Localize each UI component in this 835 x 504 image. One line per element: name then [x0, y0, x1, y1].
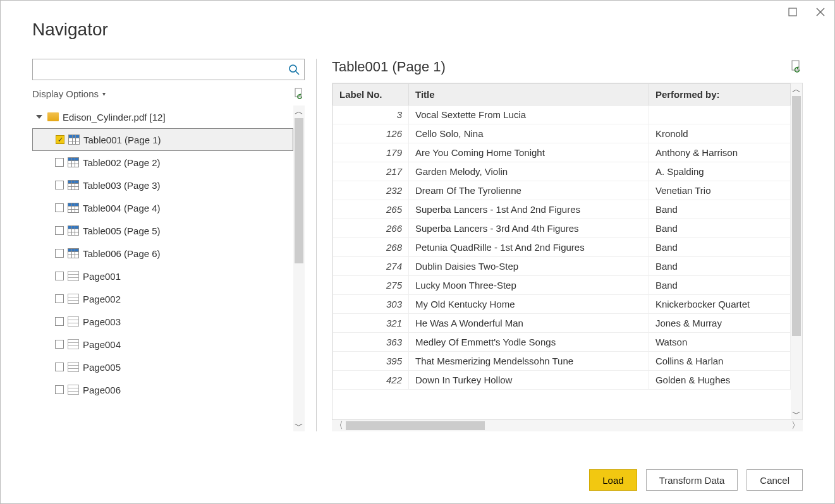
preview-table: Label No.TitlePerformed by: 3Vocal Sexte…: [332, 83, 791, 390]
svg-rect-0: [789, 8, 796, 16]
left-panel: Display Options ▾ Edison_Cylinder.pdf [1…: [32, 59, 317, 431]
tree-item-label: Table002 (Page 2): [83, 157, 161, 168]
table-row[interactable]: 179Are You Coming Home TonightAnthony & …: [333, 143, 791, 162]
cell-performed-by: A. Spalding: [649, 162, 790, 181]
table-row[interactable]: 217Garden Melody, ViolinA. Spalding: [333, 162, 791, 181]
table-header-row: Label No.TitlePerformed by:: [333, 84, 791, 105]
display-options-label: Display Options: [32, 88, 99, 99]
table-row[interactable]: 275Lucky Moon Three-StepBand: [333, 276, 791, 295]
refresh-preview-icon[interactable]: [790, 60, 803, 75]
page-icon: [68, 339, 79, 349]
tree-item[interactable]: Page003: [32, 310, 293, 333]
table-row[interactable]: 266Superba Lancers - 3rd And 4th Figures…: [333, 219, 791, 238]
tree-item[interactable]: Page002: [32, 287, 293, 310]
checkbox[interactable]: [55, 294, 64, 303]
cell-label-no: 179: [333, 143, 409, 162]
scroll-down-icon[interactable]: ﹀: [295, 421, 303, 430]
cell-performed-by: [649, 105, 790, 124]
tree-item[interactable]: Table005 (Page 5): [32, 219, 293, 242]
tree-item-label: Table003 (Page 3): [83, 180, 161, 191]
preview-vertical-scrollbar[interactable]: ︿ ﹀: [791, 83, 802, 419]
folder-icon: [47, 112, 59, 121]
checkbox[interactable]: [55, 203, 64, 212]
checkbox[interactable]: [55, 385, 64, 394]
table-row[interactable]: 268Petunia QuadRille - 1st And 2nd Figur…: [333, 238, 791, 257]
checkbox[interactable]: [55, 317, 64, 326]
scroll-thumb[interactable]: [346, 421, 485, 430]
search-input[interactable]: [32, 59, 305, 80]
tree-item[interactable]: Page006: [32, 378, 293, 401]
cell-title: Cello Solo, Nina: [409, 124, 649, 143]
table-row[interactable]: 126Cello Solo, NinaKronold: [333, 124, 791, 143]
tree-item[interactable]: Page001: [32, 265, 293, 287]
cell-performed-by: Kronold: [649, 124, 790, 143]
table-row[interactable]: 274Dublin Daisies Two-StepBand: [333, 257, 791, 276]
cell-label-no: 395: [333, 352, 409, 371]
checkbox[interactable]: ✓: [56, 135, 64, 144]
tree-item[interactable]: Table004 (Page 4): [32, 196, 293, 219]
table-row[interactable]: 303My Old Kentucky HomeKnickerbocker Qua…: [333, 295, 791, 314]
table-row[interactable]: 265Superba Lancers - 1st And 2nd Figures…: [333, 200, 791, 219]
display-options-dropdown[interactable]: Display Options ▾: [32, 88, 106, 99]
page-icon: [68, 385, 79, 395]
checkbox[interactable]: [55, 158, 64, 167]
scroll-thumb[interactable]: [295, 118, 303, 263]
expander-icon[interactable]: [36, 115, 42, 119]
preview-horizontal-scrollbar[interactable]: 〈 〉: [332, 420, 803, 431]
cell-performed-by: Anthony & Harrison: [649, 143, 790, 162]
column-header[interactable]: Label No.: [333, 84, 409, 105]
table-row[interactable]: 321He Was A Wonderful ManJones & Murray: [333, 314, 791, 333]
cell-performed-by: Band: [649, 219, 790, 238]
table-row[interactable]: 3Vocal Sextette From Lucia: [333, 105, 791, 124]
cell-performed-by: Collins & Harlan: [649, 352, 790, 371]
checkbox[interactable]: [55, 181, 64, 189]
svg-line-4: [296, 71, 299, 75]
titlebar-controls: [786, 6, 827, 18]
load-button[interactable]: Load: [589, 469, 637, 491]
scroll-up-icon[interactable]: ︿: [295, 107, 303, 116]
checkbox[interactable]: [55, 340, 64, 349]
checkbox[interactable]: [55, 272, 64, 280]
scroll-left-icon[interactable]: 〈: [334, 420, 343, 431]
tree-root[interactable]: Edison_Cylinder.pdf [12]: [32, 105, 293, 128]
cell-label-no: 275: [333, 276, 409, 295]
cell-label-no: 321: [333, 314, 409, 333]
tree-item[interactable]: Page005: [32, 356, 293, 378]
column-header[interactable]: Performed by:: [649, 84, 790, 105]
checkbox[interactable]: [55, 249, 64, 258]
cell-performed-by: Venetian Trio: [649, 181, 790, 200]
dialog-title: Navigator: [1, 1, 834, 40]
tree-item[interactable]: Table002 (Page 2): [32, 151, 293, 174]
checkbox[interactable]: [55, 226, 64, 235]
close-icon[interactable]: [814, 6, 827, 18]
page-icon: [68, 271, 79, 281]
checkbox[interactable]: [55, 363, 64, 371]
tree-item[interactable]: Table003 (Page 3): [32, 174, 293, 196]
scroll-thumb[interactable]: [792, 96, 801, 336]
scroll-down-icon[interactable]: ﹀: [792, 409, 801, 418]
search-icon[interactable]: [288, 64, 300, 75]
column-header[interactable]: Title: [409, 84, 649, 105]
cancel-button[interactable]: Cancel: [747, 469, 803, 491]
table-row[interactable]: 422Down In Turkey HollowGolden & Hughes: [333, 371, 791, 390]
scroll-up-icon[interactable]: ︿: [792, 85, 801, 93]
tree-item[interactable]: Page004: [32, 333, 293, 356]
maximize-icon[interactable]: [786, 6, 799, 18]
cell-title: Superba Lancers - 3rd And 4th Figures: [409, 219, 649, 238]
table-row[interactable]: 363Medley Of Emmett's Yodle SongsWatson: [333, 333, 791, 352]
svg-point-3: [290, 65, 296, 72]
scroll-right-icon[interactable]: 〉: [791, 420, 800, 431]
refresh-icon[interactable]: [293, 88, 305, 99]
transform-data-button[interactable]: Transform Data: [646, 469, 738, 491]
preview-title: Table001 (Page 1): [332, 59, 446, 75]
table-row[interactable]: 395That Mesmerizing Mendelssohn TuneColl…: [333, 352, 791, 371]
tree-item[interactable]: ✓Table001 (Page 1): [32, 128, 293, 151]
tree-item[interactable]: Table006 (Page 6): [32, 242, 293, 265]
tree-item-label: Page004: [83, 339, 121, 350]
table-row[interactable]: 232Dream Of The TyrolienneVenetian Trio: [333, 181, 791, 200]
tree-vertical-scrollbar[interactable]: ︿ ﹀: [293, 105, 305, 431]
tree-item-label: Table006 (Page 6): [83, 248, 161, 259]
cell-performed-by: Watson: [649, 333, 790, 352]
cell-title: Lucky Moon Three-Step: [409, 276, 649, 295]
cell-title: Are You Coming Home Tonight: [409, 143, 649, 162]
